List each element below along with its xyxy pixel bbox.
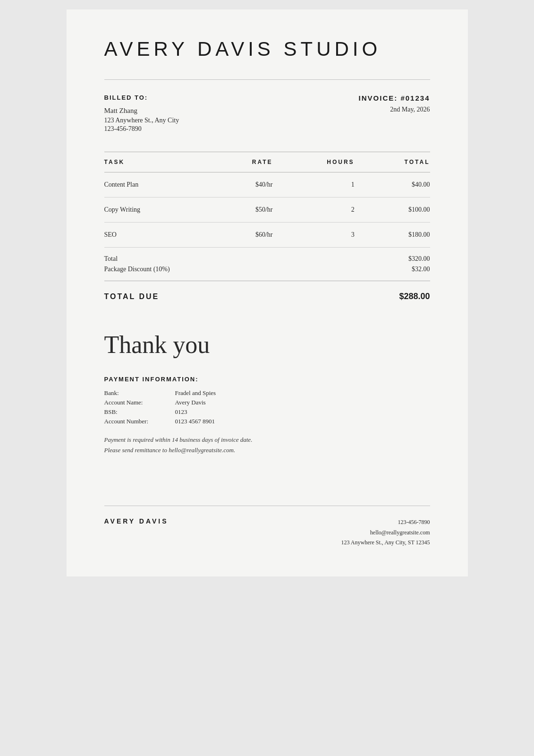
table-row: Content Plan $40/hr 1 $40.00 xyxy=(104,172,430,198)
account-number-key: Account Number: xyxy=(104,418,175,425)
subtotal-discount-value: $32.00 xyxy=(412,266,430,273)
col-header-rate: RATE xyxy=(212,152,273,172)
row-rate-2: $60/hr xyxy=(212,223,273,248)
row-total-2: $180.00 xyxy=(355,223,430,248)
footer-divider xyxy=(104,506,430,506)
invoice-table: TASK RATE HOURS TOTAL Content Plan $40/h… xyxy=(104,152,430,248)
subtotal-total-row: Total $320.00 xyxy=(104,255,430,263)
payment-section-label: PAYMENT INFORMATION: xyxy=(104,376,430,383)
payment-note: Payment is required within 14 business d… xyxy=(104,435,430,455)
payment-section: PAYMENT INFORMATION: Bank: Fradel and Sp… xyxy=(104,376,430,455)
billed-to-block: BILLED TO: Matt Zhang 123 Anywhere St., … xyxy=(104,94,359,133)
invoice-date: 2nd May, 2026 xyxy=(359,106,430,113)
client-phone: 123-456-7890 xyxy=(104,125,359,133)
col-header-total: TOTAL xyxy=(355,152,430,172)
payment-note-line2: Please send remittance to hello@reallygr… xyxy=(104,445,430,455)
row-hours-2: 3 xyxy=(273,223,355,248)
footer-email: hello@reallygreatsite.com xyxy=(341,528,430,538)
subtotal-discount-label: Package Discount (10%) xyxy=(104,266,170,273)
payment-note-line1: Payment is required within 14 business d… xyxy=(104,435,430,445)
row-hours-0: 1 xyxy=(273,172,355,198)
table-row: SEO $60/hr 3 $180.00 xyxy=(104,223,430,248)
footer-section: AVERY DAVIS 123-456-7890 hello@reallygre… xyxy=(104,517,430,548)
row-task-1: Copy Writing xyxy=(104,198,212,223)
col-header-task: TASK xyxy=(104,152,212,172)
row-rate-0: $40/hr xyxy=(212,172,273,198)
total-due-label: TOTAL DUE xyxy=(104,292,160,301)
table-header-row: TASK RATE HOURS TOTAL xyxy=(104,152,430,172)
total-due-section: TOTAL DUE $288.00 xyxy=(104,281,430,312)
payment-grid: Bank: Fradel and Spies Account Name: Ave… xyxy=(104,389,430,425)
account-number-value: 0123 4567 8901 xyxy=(175,418,430,425)
row-hours-1: 2 xyxy=(273,198,355,223)
row-rate-1: $50/hr xyxy=(212,198,273,223)
footer-address: 123 Anywhere St., Any City, ST 12345 xyxy=(341,538,430,548)
account-name-value: Avery Davis xyxy=(175,399,430,406)
row-task-2: SEO xyxy=(104,223,212,248)
billed-to-label: BILLED TO: xyxy=(104,94,359,101)
header-section: AVERY DAVIS STUDIO xyxy=(104,38,430,60)
billing-section: BILLED TO: Matt Zhang 123 Anywhere St., … xyxy=(104,94,430,133)
client-address: 123 Anywhere St., Any City xyxy=(104,117,359,124)
invoice-number: INVOICE: #01234 xyxy=(359,94,430,102)
bank-value: Fradel and Spies xyxy=(175,389,430,397)
row-total-0: $40.00 xyxy=(355,172,430,198)
bsb-value: 0123 xyxy=(175,408,430,416)
account-name-key: Account Name: xyxy=(104,399,175,406)
client-name: Matt Zhang xyxy=(104,107,359,115)
invoice-info-block: INVOICE: #01234 2nd May, 2026 xyxy=(359,94,430,133)
subtotal-total-label: Total xyxy=(104,255,118,263)
table-row: Copy Writing $50/hr 2 $100.00 xyxy=(104,198,430,223)
total-due-value: $288.00 xyxy=(399,292,430,301)
invoice-page: AVERY DAVIS STUDIO BILLED TO: Matt Zhang… xyxy=(67,9,468,576)
subtotal-discount-row: Package Discount (10%) $32.00 xyxy=(104,266,430,273)
top-divider xyxy=(104,79,430,80)
col-header-hours: HOURS xyxy=(273,152,355,172)
row-task-0: Content Plan xyxy=(104,172,212,198)
footer-name: AVERY DAVIS xyxy=(104,517,169,525)
subtotal-section: Total $320.00 Package Discount (10%) $32… xyxy=(104,248,430,281)
studio-name: AVERY DAVIS STUDIO xyxy=(104,38,430,60)
bsb-key: BSB: xyxy=(104,408,175,416)
row-total-1: $100.00 xyxy=(355,198,430,223)
footer-phone: 123-456-7890 xyxy=(341,517,430,528)
subtotal-total-value: $320.00 xyxy=(408,255,430,263)
footer-contact: 123-456-7890 hello@reallygreatsite.com 1… xyxy=(341,517,430,548)
thank-you-text: Thank you xyxy=(104,331,430,359)
bank-key: Bank: xyxy=(104,389,175,397)
